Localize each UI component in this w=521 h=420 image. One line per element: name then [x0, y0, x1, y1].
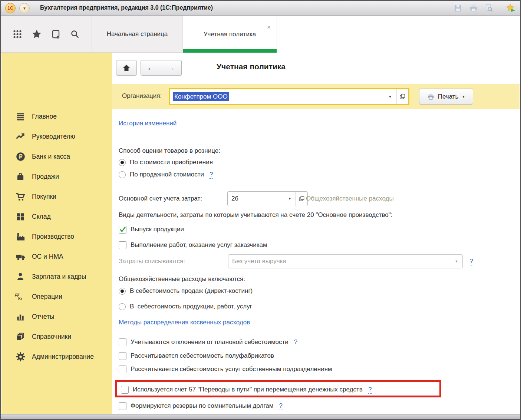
sidebar-item-label: Банк и касса	[32, 153, 70, 161]
print-button[interactable]: Печать ▼	[419, 89, 473, 105]
checkbox-row: Используется счет 57 "Переводы в пути" п…	[121, 385, 372, 394]
svg-text:₽: ₽	[19, 153, 22, 160]
highlight-annotation: Используется счет 57 "Переводы в пути" п…	[115, 380, 441, 397]
radio-label: В себестоимость продукции, работ, услуг	[130, 303, 252, 310]
checkbox-semifinished-cost[interactable]	[119, 352, 126, 360]
choose-from-list-button[interactable]	[396, 89, 408, 104]
sidebar-item-salary-hr[interactable]: Зарплата и кадры	[1, 269, 112, 284]
writeoff-value: Без учета выручки	[228, 258, 451, 265]
close-icon[interactable]: ×	[267, 25, 271, 30]
preview-icon[interactable]	[484, 3, 494, 13]
cost-account-value: 26	[228, 195, 284, 202]
sidebar-item-label: Производство	[32, 233, 74, 241]
app-logo-1c-icon[interactable]: 1С	[5, 3, 16, 13]
main-menu-button[interactable]: ▼	[19, 3, 30, 13]
checkbox-own-services-cost[interactable]	[119, 366, 126, 373]
accounting-policy-form: ← → Учетная политика Организация: Конфет…	[112, 53, 520, 414]
dropdown-button[interactable]: ▼	[284, 192, 296, 206]
sidebar-item-warehouse[interactable]: Склад	[1, 209, 112, 224]
radio-sale-price[interactable]	[119, 171, 126, 178]
tab-accounting-policy[interactable]: Учетная политика ×	[182, 16, 277, 53]
radio-row: В себестоимость продаж (директ-костинг)	[119, 286, 253, 296]
sidebar-item-reports[interactable]: Отчеты	[1, 309, 112, 324]
favorites-star-arrow-icon[interactable]	[506, 3, 516, 13]
home-icon	[122, 63, 131, 72]
sidebar-item-sales[interactable]: Продажи	[1, 169, 112, 184]
sidebar-item-administration[interactable]: Администрирование	[1, 349, 112, 364]
person-icon	[15, 271, 26, 282]
checkbox-label: Рассчитывается себестоимость полуфабрика…	[131, 352, 274, 360]
print-icon[interactable]	[469, 3, 478, 13]
help-link[interactable]: ?	[210, 171, 213, 179]
debit-credit-icon: Дт Кт	[15, 291, 26, 302]
help-link[interactable]: ?	[368, 386, 372, 394]
help-link[interactable]: ?	[294, 338, 297, 346]
indirect-costs-methods-link[interactable]: Методы распределения косвенных расходов	[119, 319, 250, 326]
checkbox-row: Выполнение работ, оказание услуг заказчи…	[119, 240, 267, 250]
sidebar-item-purchases[interactable]: Покупки	[1, 189, 112, 204]
history-scroll-icon[interactable]	[50, 29, 61, 40]
chevron-down-icon: ▼	[389, 95, 392, 99]
tab-label: Учетная политика	[204, 31, 256, 38]
menu-grid-icon[interactable]	[12, 29, 23, 40]
printer-icon	[427, 93, 435, 100]
radio-acquisition-cost[interactable]	[119, 159, 126, 166]
chevron-down-icon: ▼	[462, 95, 465, 99]
window-title: Бухгалтерия предприятия, редакция 3.0 (1…	[40, 4, 213, 11]
checkbox-works-services[interactable]	[119, 241, 126, 249]
checkbox-row: Учитываются отклонения от плановой себес…	[119, 337, 297, 347]
checkbox-row: Формируются резервы по сомнительным долг…	[119, 401, 283, 411]
window-bottom-frame	[1, 414, 520, 419]
help-link[interactable]: ?	[470, 258, 473, 265]
organization-strip: Организация: Конфетпром ООО ▼ Печать ▼	[112, 84, 520, 109]
checkbox-output-production[interactable]	[119, 226, 126, 234]
shopping-bag-icon	[15, 171, 26, 182]
choose-icon	[400, 94, 405, 99]
sidebar-sections: Главное Руководителю ₽ Банк и касса Прод…	[1, 53, 112, 414]
checkbox-account-57-transfers[interactable]	[121, 386, 129, 394]
home-button[interactable]	[116, 60, 137, 76]
search-icon[interactable]	[69, 29, 80, 40]
checkbox-label: Учитываются отклонения от плановой себес…	[131, 338, 288, 346]
checkbox-doubtful-debt-reserves[interactable]	[119, 402, 126, 410]
activities-label: Виды деятельности, затраты по которым уч…	[119, 211, 393, 219]
sidebar-item-production[interactable]: Производство	[1, 229, 112, 244]
truck-icon	[15, 251, 26, 262]
sidebar-item-fixed-assets[interactable]: ОС и НМА	[1, 249, 112, 264]
radio-direct-costing[interactable]	[119, 288, 126, 295]
choose-icon	[299, 196, 304, 201]
organization-value: Конфетпром ООО	[173, 92, 229, 101]
cost-account-label: Основной счет учета затрат:	[119, 195, 202, 202]
sidebar-item-catalogs[interactable]: Справочники	[1, 329, 112, 344]
shopping-cart-icon	[15, 191, 26, 202]
sidebar-item-label: Зарплата и кадры	[32, 273, 86, 281]
credit-text: Кт	[18, 297, 23, 301]
sidebar-item-operations[interactable]: Дт Кт Операции	[1, 289, 112, 304]
checkbox-plan-cost-deviations[interactable]	[119, 338, 126, 346]
tab-home-page[interactable]: Начальная страница	[92, 16, 182, 53]
writeoff-row: Затраты списываются: Без учета выручки ▼…	[119, 257, 185, 266]
factory-icon	[15, 231, 26, 242]
history-link[interactable]: История изменений	[119, 120, 177, 127]
sidebar-item-main[interactable]: Главное	[1, 109, 112, 124]
help-link[interactable]: ?	[279, 402, 282, 410]
cost-account-row: Основной счет учета затрат: 26 ▼ Общехоз…	[119, 194, 202, 204]
tab-label: Начальная страница	[107, 30, 168, 38]
ruble-coin-icon: ₽	[15, 151, 26, 162]
radio-row: В себестоимость продукции, работ, услуг	[119, 302, 252, 311]
cost-account-field[interactable]: 26 ▼	[227, 191, 308, 206]
back-button[interactable]: ←	[141, 60, 161, 76]
dropdown-button[interactable]: ▼	[384, 89, 396, 104]
save-icon[interactable]	[453, 3, 463, 13]
forward-button[interactable]: →	[161, 60, 182, 76]
sidebar-item-label: Администрирование	[32, 353, 94, 361]
sidebar-item-manager[interactable]: Руководителю	[1, 129, 112, 144]
radio-production-cost[interactable]	[119, 303, 126, 310]
titlebar-divider	[35, 2, 35, 13]
arrow-right-icon: →	[167, 63, 175, 73]
sidebar-item-bank-cash[interactable]: ₽ Банк и касса	[1, 149, 112, 164]
chevron-down-icon: ▼	[288, 197, 291, 201]
checkbox-label: Используется счет 57 "Переводы в пути" п…	[133, 386, 363, 393]
favorites-icon[interactable]	[31, 29, 42, 40]
organization-combobox[interactable]: Конфетпром ООО ▼	[169, 88, 409, 105]
